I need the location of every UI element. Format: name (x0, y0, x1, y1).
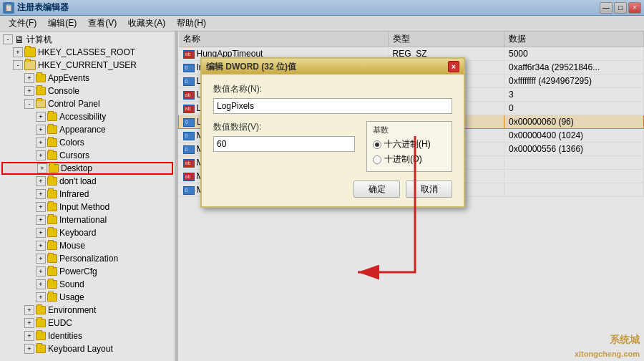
data-input[interactable] (213, 136, 355, 152)
radio-dec-circle[interactable] (373, 155, 381, 164)
dialog-input-area: 数值数据(V): (213, 121, 355, 159)
radio-dec-item[interactable]: 十进制(D) (373, 153, 446, 165)
base-label: 基数 (373, 125, 446, 135)
edit-dword-dialog: 编辑 DWORD (32 位)值 × 数值名称(N): 数值数据(V): 基数 … (200, 57, 465, 208)
dialog-body: 数值名称(N): 数值数据(V): 基数 十六进制(H) (202, 74, 464, 206)
dialog-radio-area: 基数 十六进制(H) 十进制(D) (366, 121, 452, 172)
dialog-title-text: 编辑 DWORD (32 位)值 (206, 61, 296, 73)
data-label: 数值数据(V): (213, 121, 355, 133)
radio-hex-label: 十六进制(H) (384, 138, 431, 150)
modal-overlay: 编辑 DWORD (32 位)值 × 数值名称(N): 数值数据(V): 基数 … (0, 0, 644, 361)
base-radio-group: 基数 十六进制(H) 十进制(D) (366, 121, 452, 172)
radio-dec-label: 十进制(D) (384, 153, 422, 165)
ok-button[interactable]: 确定 (353, 180, 400, 198)
cancel-button[interactable]: 取消 (406, 180, 452, 198)
dialog-close-button[interactable]: × (448, 61, 459, 72)
name-label: 数值名称(N): (213, 83, 452, 95)
dialog-buttons: 确定 取消 (213, 180, 452, 198)
name-input[interactable] (213, 98, 452, 114)
radio-hex-circle[interactable] (373, 140, 381, 149)
dialog-title-bar: 编辑 DWORD (32 位)值 × (202, 59, 464, 74)
radio-hex-item[interactable]: 十六进制(H) (373, 138, 446, 150)
dialog-data-row: 数值数据(V): 基数 十六进制(H) 十进制(D) (213, 121, 452, 172)
